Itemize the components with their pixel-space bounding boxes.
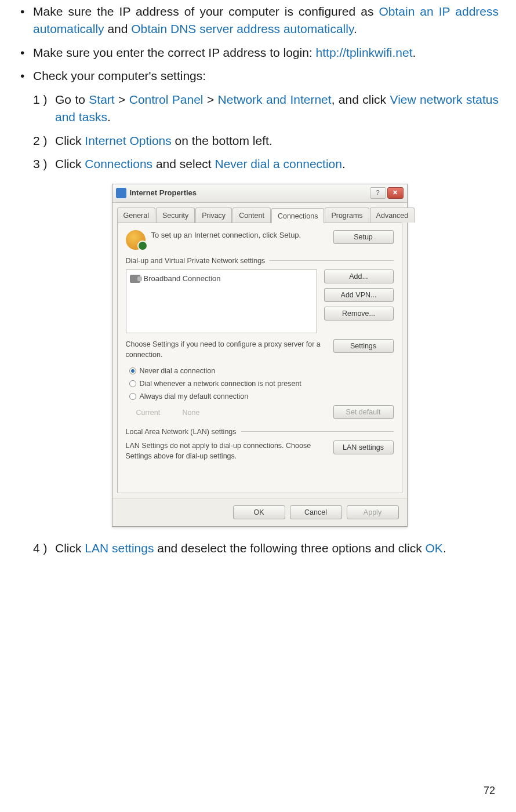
- tab-strip: General Security Privacy Content Connect…: [112, 203, 407, 223]
- help-button[interactable]: ?: [370, 187, 386, 199]
- tab-advanced[interactable]: Advanced: [370, 207, 415, 223]
- link-lan-settings: LAN settings: [85, 541, 154, 555]
- current-label: Current: [136, 407, 183, 418]
- remove-button[interactable]: Remove...: [324, 307, 394, 321]
- set-default-button[interactable]: Set default: [333, 405, 394, 419]
- tab-panel-connections: To set up an Internet connection, click …: [117, 223, 402, 493]
- titlebar: Internet Properties ? ✕: [112, 184, 407, 203]
- link-text: http://tplinkwifi.net: [316, 46, 413, 59]
- tab-programs[interactable]: Programs: [325, 207, 369, 223]
- step-1: 1 ) Go to Start > Control Panel > Networ…: [33, 91, 499, 126]
- bullet-mark: •: [20, 44, 33, 61]
- text: .: [354, 22, 357, 35]
- text: .: [412, 46, 416, 59]
- cancel-button[interactable]: Cancel: [290, 505, 342, 519]
- bullet-mark: •: [20, 3, 33, 38]
- radio-icon: [129, 367, 136, 374]
- dialog-footer: OK Cancel Apply: [112, 498, 407, 526]
- step-4: 4 ) Click LAN settings and deselect the …: [33, 540, 499, 557]
- connection-item[interactable]: Broadband Connection: [129, 272, 314, 286]
- internet-properties-dialog: Internet Properties ? ✕ General Security…: [112, 184, 408, 527]
- lan-settings-button[interactable]: LAN settings: [333, 440, 394, 454]
- bullet-text: Make sure you enter the correct IP addre…: [33, 44, 499, 61]
- tab-content[interactable]: Content: [232, 207, 271, 223]
- tab-general[interactable]: General: [117, 207, 155, 223]
- text: Make sure the IP address of your compute…: [33, 5, 379, 18]
- setup-wizard-icon: [126, 230, 146, 250]
- step-3: 3 ) Click Connections and select Never d…: [33, 155, 499, 173]
- radio-icon: [129, 393, 136, 400]
- page-number: 72: [484, 783, 495, 798]
- radio-never-dial[interactable]: Never dial a connection: [129, 366, 394, 376]
- link-control-panel: Control Panel: [129, 93, 204, 106]
- bullet-text: Check your computer's settings:: [33, 67, 499, 85]
- apply-button[interactable]: Apply: [347, 505, 399, 519]
- add-vpn-button[interactable]: Add VPN...: [324, 288, 394, 302]
- ok-button[interactable]: OK: [233, 505, 285, 519]
- step-number: 2 ): [33, 132, 55, 150]
- bullet-item: • Check your computer's settings:: [20, 67, 499, 85]
- bullet-item: • Make sure the IP address of your compu…: [20, 3, 499, 38]
- text: Check your computer's settings:: [33, 69, 206, 82]
- link-network-internet: Network and Internet: [218, 93, 332, 106]
- step-number: 4 ): [33, 540, 55, 557]
- radio-always-dial[interactable]: Always dial my default connection: [129, 391, 394, 402]
- text: Make sure you enter the correct IP addre…: [33, 46, 316, 59]
- dialup-section-label: Dial-up and Virtual Private Network sett…: [126, 256, 394, 266]
- close-button[interactable]: ✕: [387, 187, 404, 199]
- dialog-title: Internet Properties: [130, 188, 369, 199]
- step-text: Click Connections and select Never dial …: [55, 155, 499, 173]
- link-ok: OK: [426, 541, 443, 555]
- lan-section-label: Local Area Network (LAN) settings: [126, 427, 394, 437]
- radio-dial-whenever[interactable]: Dial whenever a network connection is no…: [129, 378, 394, 389]
- tab-security[interactable]: Security: [156, 207, 195, 223]
- step-text: Click Internet Options on the bottom lef…: [55, 132, 499, 150]
- setup-text: To set up an Internet connection, click …: [151, 230, 333, 241]
- proxy-settings-text: Choose Settings if you need to configure…: [126, 339, 333, 360]
- connection-icon: [130, 275, 140, 283]
- settings-button[interactable]: Settings: [333, 339, 394, 353]
- radio-icon: [129, 380, 136, 387]
- lan-settings-text: LAN Settings do not apply to dial-up con…: [126, 440, 333, 461]
- bullet-text: Make sure the IP address of your compute…: [33, 3, 499, 38]
- link-never-dial: Never dial a connection: [215, 157, 342, 170]
- step-text: Click LAN settings and deselect the foll…: [55, 540, 499, 557]
- setup-button[interactable]: Setup: [333, 230, 394, 244]
- connections-listbox[interactable]: Broadband Connection: [126, 270, 317, 333]
- tab-connections[interactable]: Connections: [271, 208, 325, 223]
- step-2: 2 ) Click Internet Options on the bottom…: [33, 132, 499, 150]
- link-connections: Connections: [85, 157, 152, 170]
- step-number: 3 ): [33, 155, 55, 173]
- tab-privacy[interactable]: Privacy: [195, 207, 232, 223]
- text: and: [104, 22, 132, 35]
- connection-label: Broadband Connection: [144, 274, 221, 285]
- link-internet-options: Internet Options: [85, 134, 171, 147]
- step-text: Go to Start > Control Panel > Network an…: [55, 91, 499, 126]
- bullet-item: • Make sure you enter the correct IP add…: [20, 44, 499, 61]
- link-text: Obtain DNS server address automatically: [131, 22, 354, 35]
- step-number: 1 ): [33, 91, 55, 126]
- bullet-mark: •: [20, 67, 33, 85]
- internet-icon: [116, 188, 126, 198]
- add-button[interactable]: Add...: [324, 270, 394, 283]
- current-value: None: [183, 407, 200, 418]
- link-start: Start: [89, 93, 114, 106]
